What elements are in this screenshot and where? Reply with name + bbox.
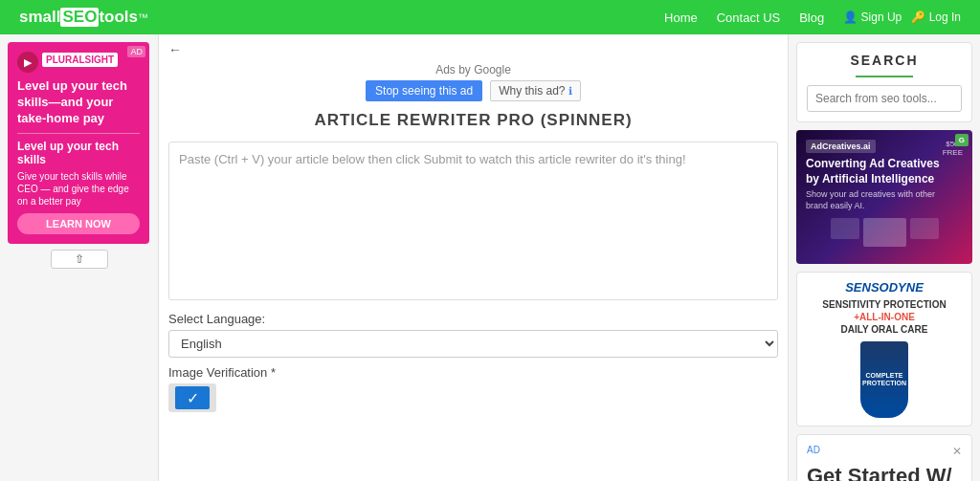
ad1-logo: AdCreatives.ai Converting Ad Creatives b… [806, 140, 943, 212]
scroll-up-button[interactable]: ⇧ [51, 250, 108, 269]
language-select[interactable]: English Spanish French German Italian [168, 330, 778, 358]
select-language-label: Select Language: [168, 312, 778, 326]
get-started-ad: AD ✕ Get Started W/ A 14 Day Trial TestR… [796, 434, 972, 481]
main-content: ← Ads by Google Stop seeing this ad Why … [158, 34, 789, 481]
ad3-title: Get Started W/ A 14 Day Trial [807, 464, 962, 481]
left-ad-up-btn: ⇧ [8, 250, 150, 269]
tube-label: COMPLETE PROTECTION [860, 372, 908, 388]
why-this-ad-btn[interactable]: Why this ad? ℹ [490, 80, 581, 101]
ps-icon: ▶ [24, 56, 32, 69]
ad1-subtitle: Show your ad creatives with other brand … [806, 189, 943, 211]
logo-tools: tools [99, 8, 138, 27]
login-link[interactable]: 🔑 Log In [911, 11, 961, 24]
nav-contact[interactable]: Contact US [717, 11, 780, 25]
ps-learn-btn[interactable]: LEARN NOW [17, 213, 140, 234]
ps-divider [17, 133, 140, 134]
captcha-check-icon: ✓ [187, 389, 199, 407]
ad1-devices [806, 218, 963, 247]
pluralsight-ad: AD ▶ PLURALSIGHT Level up your tech skil… [8, 42, 149, 244]
logo-seo: SEO [60, 8, 99, 27]
article-container: Paste (Ctrl + V) your article below then… [168, 142, 778, 300]
ad3-close-btn[interactable]: ✕ [952, 445, 962, 458]
ps-desc: Give your tech skills while CEO — and gi… [17, 170, 140, 208]
signup-link[interactable]: 👤 Sign Up [843, 11, 902, 24]
captcha-inner: ✓ [175, 386, 210, 409]
article-placeholder: Paste (Ctrl + V) your article below then… [179, 152, 768, 166]
search-title: SEARCH [807, 53, 962, 68]
logo-tm: ™ [138, 11, 148, 23]
device-small [831, 218, 859, 239]
sensodyne-plus: +ALL-IN-ONE [854, 312, 915, 322]
signup-icon: 👤 [843, 11, 858, 24]
ad-badge: AD [127, 46, 145, 57]
ps-logo: PLURALSIGHT [42, 53, 118, 67]
ps-title: Level up your tech skills—and your take-… [17, 78, 140, 127]
left-ad-panel: AD ▶ PLURALSIGHT Level up your tech skil… [0, 34, 158, 481]
image-verify-label: Image Verification * [168, 365, 778, 380]
ad1-badge: G [955, 134, 969, 146]
search-input-row: 🔍 [807, 85, 962, 112]
nav: Home Contact US Blog 👤 Sign Up 🔑 Log In [664, 11, 961, 25]
ads-banner: Stop seeing this ad Why this ad? ℹ [168, 80, 778, 101]
page-title: ARTICLE REWRITER PRO (SPINNER) [168, 111, 778, 130]
auth-links: 👤 Sign Up 🔑 Log In [843, 11, 961, 24]
stop-seeing-btn[interactable]: Stop seeing this ad [366, 80, 482, 101]
ad1-logo-row: AdCreatives.ai [806, 140, 943, 153]
back-arrow[interactable]: ← [168, 42, 182, 57]
ad3-top: AD ✕ [807, 445, 962, 458]
ad1-badge-area: G $500FREE [943, 140, 963, 157]
sensodyne-ad: SENSODYNE SENSITIVITY PROTECTION +ALL-IN… [796, 272, 972, 426]
header: smallSEOtools™ Home Contact US Blog 👤 Si… [0, 0, 980, 34]
nav-home[interactable]: Home [664, 11, 698, 25]
search-section: SEARCH 🔍 [796, 42, 972, 122]
ad1-logo-box: AdCreatives.ai [806, 140, 876, 153]
login-icon: 🔑 [911, 11, 925, 24]
why-this-ad-text: Why this ad? [499, 84, 565, 98]
article-textarea[interactable] [179, 172, 768, 287]
sensodyne-tube: COMPLETE PROTECTION [860, 341, 908, 418]
search-input[interactable] [808, 87, 962, 110]
ad1-title: Converting Ad Creatives by Artificial In… [806, 157, 943, 186]
ps-icon-circle: ▶ [17, 52, 38, 73]
device-small2 [910, 218, 939, 239]
ad-creatives-ad: AdCreatives.ai Converting Ad Creatives b… [796, 130, 972, 264]
ads-by-google-label: Ads by Google [168, 63, 778, 77]
right-sidebar: SEARCH 🔍 AdCreatives.ai Converting Ad Cr… [789, 34, 980, 481]
sensodyne-tagline: SENSITIVITY PROTECTION +ALL-IN-ONE DAILY… [805, 298, 964, 336]
ad3-badge: AD [807, 445, 820, 455]
search-divider [856, 76, 913, 77]
layout: AD ▶ PLURALSIGHT Level up your tech skil… [0, 34, 980, 481]
sensodyne-logo: SENSODYNE [805, 280, 964, 295]
captcha-box[interactable]: ✓ [168, 383, 216, 412]
ad1-top: AdCreatives.ai Converting Ad Creatives b… [806, 140, 963, 212]
ps-icon-row: ▶ PLURALSIGHT [17, 52, 140, 73]
ps-title2: Level up your tech skills [17, 140, 140, 166]
nav-blog[interactable]: Blog [799, 11, 824, 25]
logo-small: small [19, 8, 60, 27]
info-icon: ℹ [568, 85, 572, 97]
device-main [863, 218, 906, 247]
logo: smallSEOtools™ [19, 8, 148, 27]
